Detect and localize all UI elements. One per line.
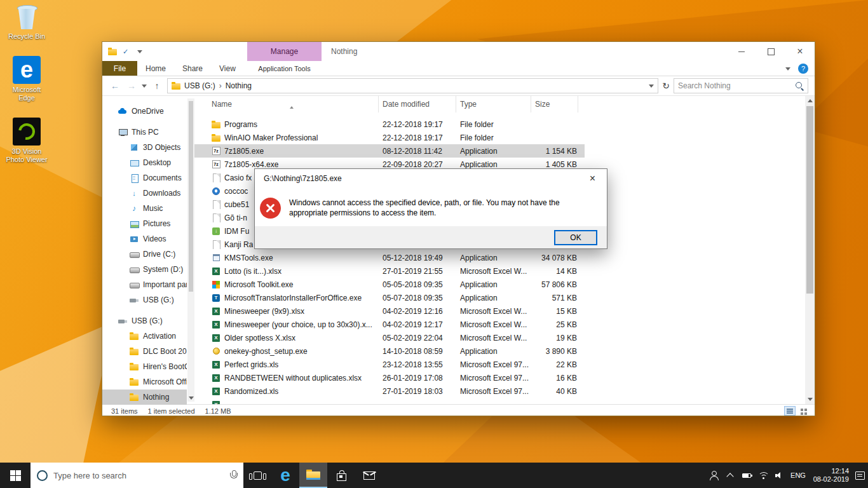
column-type[interactable]: Type xyxy=(456,96,531,112)
file-size: 15 KB xyxy=(531,307,578,316)
sidebar-item[interactable]: Music xyxy=(102,201,187,216)
file-row[interactable]: Minesweeper (your choice, up to 30x30).x… xyxy=(194,318,585,331)
microphone-icon[interactable] xyxy=(229,470,237,480)
sidebar-item[interactable]: Important partiti xyxy=(102,277,187,292)
breadcrumb-device[interactable]: USB (G:) xyxy=(184,81,215,90)
sidebar-item[interactable]: Hiren's BootCD xyxy=(102,359,187,374)
column-date-modified[interactable]: Date modified xyxy=(379,96,456,112)
taskbar-search[interactable] xyxy=(31,463,243,488)
file-row[interactable]: Microsoft Toolkit.exe 05-05-2018 09:35 A… xyxy=(194,278,585,291)
file-row[interactable]: KMSTools.exe 05-12-2018 19:49 Applicatio… xyxy=(194,251,585,264)
file-row[interactable]: Older spotless X.xlsx 05-02-2019 22:04 M… xyxy=(194,331,585,344)
sidebar-item[interactable]: DLC Boot 2017 xyxy=(102,344,187,359)
up-button[interactable] xyxy=(151,81,163,91)
file-list-scrollbar[interactable] xyxy=(805,96,815,404)
explorer-search-box[interactable] xyxy=(674,78,808,93)
desktop-icon[interactable]: 3D Vision Photo Viewer xyxy=(5,118,48,164)
file-row[interactable]: Lotto (is it...).xlsx 27-01-2019 21:55 M… xyxy=(194,264,585,278)
sidebar-item[interactable]: USB (G:) xyxy=(102,292,187,308)
sidebar-item[interactable]: System (D:) xyxy=(102,262,187,277)
file-row[interactable]: Programs 22-12-2018 19:17 File folder xyxy=(194,118,585,131)
properties-icon[interactable] xyxy=(123,47,132,56)
sidebar-item[interactable]: Downloads xyxy=(102,186,187,201)
taskbar-mail-button[interactable] xyxy=(355,463,383,488)
cortana-icon[interactable] xyxy=(37,470,48,481)
search-icon[interactable] xyxy=(795,81,804,90)
taskbar-search-input[interactable] xyxy=(53,471,224,480)
file-row[interactable]: WinAIO Maker Professional 22-12-2018 19:… xyxy=(194,131,585,144)
scrollbar-thumb[interactable] xyxy=(189,101,193,292)
start-button[interactable] xyxy=(0,463,31,488)
breadcrumb-folder[interactable]: Nothing xyxy=(226,81,252,90)
column-headers: Name Date modified Type Size xyxy=(194,96,815,112)
column-size[interactable]: Size xyxy=(531,96,578,112)
dialog-close-button[interactable] xyxy=(578,169,607,187)
ribbon-collapse-icon[interactable] xyxy=(785,67,790,71)
sidebar-item[interactable]: Videos xyxy=(102,231,187,247)
language-indicator[interactable]: ENG xyxy=(788,471,808,479)
file-row[interactable] xyxy=(194,398,585,404)
file-row[interactable]: Randomized.xls 27-01-2019 18:03 Microsof… xyxy=(194,384,585,398)
desktop-icon[interactable]: Recycle Bin xyxy=(5,4,48,41)
explorer-search-input[interactable] xyxy=(678,81,795,90)
back-button[interactable] xyxy=(109,81,121,91)
recent-locations-icon[interactable] xyxy=(142,85,147,88)
file-row[interactable]: Minesweeper (9x9).xlsx 04-02-2019 12:16 … xyxy=(194,304,585,318)
tab-application-tools[interactable]: Application Tools xyxy=(247,61,322,76)
sidebar-item[interactable]: Pictures xyxy=(102,216,187,231)
file-row[interactable]: Perfect grids.xls 23-12-2018 13:55 Micro… xyxy=(194,358,585,371)
large-icons-view-icon[interactable] xyxy=(798,406,810,416)
sidebar-item[interactable]: 3D Objects xyxy=(102,140,187,155)
address-dropdown-icon[interactable] xyxy=(649,85,654,88)
scroll-down-icon[interactable] xyxy=(189,396,194,400)
help-icon[interactable]: ? xyxy=(798,64,808,74)
sidebar-item[interactable]: Desktop xyxy=(102,155,187,170)
tab-home[interactable]: Home xyxy=(137,61,174,76)
manage-contextual-tab[interactable]: Manage xyxy=(247,42,322,61)
customize-toolbar-icon[interactable] xyxy=(137,50,142,53)
tab-share[interactable]: Share xyxy=(174,61,211,76)
sidebar-scrollbar[interactable] xyxy=(187,98,194,402)
taskbar-edge-button[interactable] xyxy=(271,463,299,488)
file-name: 7z1805.exe xyxy=(224,147,264,156)
file-size: 19 KB xyxy=(531,334,578,342)
address-bar[interactable]: USB (G:) Nothing xyxy=(167,78,658,93)
task-view-button[interactable] xyxy=(243,463,271,488)
volume-button[interactable] xyxy=(771,463,788,488)
file-row[interactable]: onekey-ghost_setup.exe 14-10-2018 08:59 … xyxy=(194,344,585,358)
scroll-up-icon[interactable] xyxy=(808,99,813,102)
close-button[interactable] xyxy=(785,42,815,61)
sidebar-item[interactable]: Microsoft Office xyxy=(102,374,187,390)
scrollbar-thumb[interactable] xyxy=(806,106,813,294)
file-row[interactable]: MicrosoftTranslatorInstallerForOffice.ex… xyxy=(194,291,585,304)
maximize-button[interactable] xyxy=(756,42,785,61)
taskbar-store-button[interactable] xyxy=(327,463,355,488)
sidebar-item[interactable]: Activation xyxy=(102,329,187,344)
sidebar-item[interactable]: This PC xyxy=(102,125,187,140)
people-button[interactable] xyxy=(705,463,722,488)
sidebar-item[interactable]: OneDrive xyxy=(102,104,187,119)
sidebar-item[interactable]: Documents xyxy=(102,170,187,186)
minimize-button[interactable] xyxy=(727,42,756,61)
network-button[interactable] xyxy=(755,463,771,488)
details-view-icon[interactable] xyxy=(784,406,796,416)
taskbar-file-explorer-button[interactable] xyxy=(299,463,327,488)
refresh-icon[interactable] xyxy=(662,81,670,91)
sidebar-item[interactable]: Drive (C:) xyxy=(102,247,187,262)
forward-button[interactable] xyxy=(125,81,138,91)
downloads-icon xyxy=(130,189,139,198)
file-tab[interactable]: File xyxy=(102,61,137,76)
show-hidden-icons-button[interactable] xyxy=(722,463,738,488)
ok-button[interactable]: OK xyxy=(554,230,597,245)
tab-view[interactable]: View xyxy=(211,61,244,76)
desktop-icon[interactable]: Microsoft Edge xyxy=(5,56,48,102)
action-center-button[interactable] xyxy=(851,463,868,488)
sidebar-item[interactable]: USB (G:) xyxy=(102,313,187,329)
battery-button[interactable] xyxy=(738,463,755,488)
sidebar-item[interactable]: Nothing xyxy=(102,390,187,405)
clock[interactable]: 12:14 08-02-2019 xyxy=(808,467,851,484)
file-size: 57 806 KB xyxy=(531,280,578,289)
file-row[interactable]: RANDBETWEEN without duplicates.xlsx 26-0… xyxy=(194,371,585,384)
scroll-down-icon[interactable] xyxy=(808,398,813,401)
file-row[interactable]: 7z1805.exe 08-12-2018 11:42 Application … xyxy=(194,144,585,158)
